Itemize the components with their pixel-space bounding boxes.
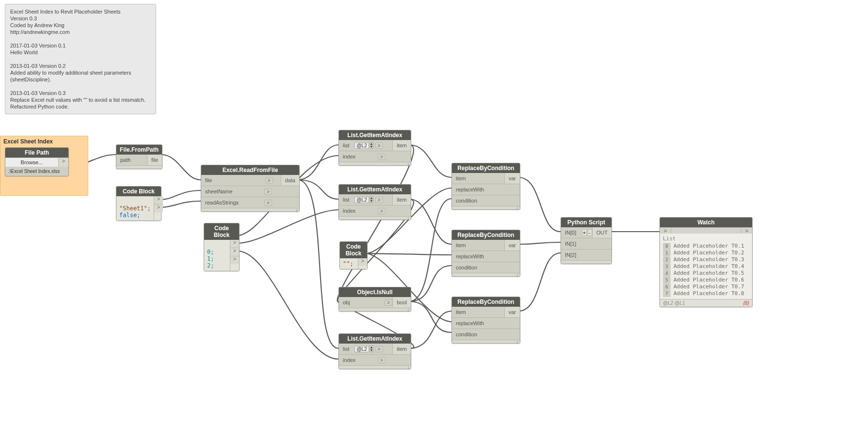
python-script-node[interactable]: Python Script IN[0] + - OUT IN[1] IN[2] [561, 217, 612, 264]
chevron-icon[interactable]: > [264, 189, 272, 195]
port-index[interactable]: index [339, 208, 359, 214]
port-item-out[interactable]: item [392, 344, 411, 354]
port-condition[interactable]: condition [452, 265, 481, 270]
code-line-0: 0; [207, 249, 214, 255]
port-index[interactable]: index [339, 154, 359, 159]
file-path-out-port[interactable]: > [59, 158, 68, 167]
code-out-2[interactable]: > [230, 256, 239, 264]
level-stepper[interactable]: ▴▾ [370, 346, 373, 352]
port-data-out[interactable]: data [281, 175, 299, 186]
browse-button[interactable]: Browse... [5, 158, 59, 167]
watch-item-index: 3 [663, 263, 671, 270]
code-out-0[interactable]: > [230, 240, 239, 248]
port-item[interactable]: item [452, 242, 470, 248]
code-out-1[interactable]: > [154, 196, 163, 204]
port-item[interactable]: item [452, 175, 470, 181]
watch-item-text: Added Placeholder T0.3 [674, 256, 744, 263]
code-line-2: 2; [207, 262, 214, 269]
replace-by-condition-b[interactable]: ReplaceByCondition item var replaceWith … [451, 230, 520, 277]
watch-item-index: 0 [663, 243, 671, 250]
port-out[interactable]: OUT [592, 227, 611, 238]
lacing-bar: | [452, 340, 520, 343]
chevron-icon[interactable]: > [264, 200, 272, 206]
port-in2[interactable]: IN[2] [561, 252, 580, 258]
list-get-item-a[interactable]: List.GetItemAtIndex list @L2 ▴▾ > item i… [338, 130, 411, 166]
code-out-2[interactable]: > [154, 204, 163, 212]
port-replace-with[interactable]: replaceWith [452, 253, 488, 259]
port-read-as-strings[interactable]: readAsStrings [201, 200, 242, 205]
port-list[interactable]: list [339, 142, 353, 148]
watch-level-label: @L2 @L1 [663, 300, 685, 306]
file-path-node[interactable]: File Path Browse... > .\Excel Sheet Inde… [5, 147, 69, 176]
level-stepper[interactable]: ▴▾ [370, 196, 373, 203]
port-in1[interactable]: IN[1] [561, 241, 580, 247]
level-pill[interactable]: @L2 [354, 346, 369, 352]
object-is-null-node[interactable]: Object.IsNull obj > bool | [338, 287, 411, 312]
add-input-button[interactable]: + [582, 229, 586, 236]
watch-item: 4Added Placeholder T0.5 [663, 270, 749, 277]
watch-title: Watch [660, 218, 752, 227]
list-get-title: List.GetItemAtIndex [339, 185, 411, 194]
watch-item-text: Added Placeholder T0.2 [674, 250, 744, 256]
port-condition[interactable]: condition [452, 198, 481, 204]
watch-item-index: 7 [663, 290, 671, 297]
replace-title: ReplaceByCondition [452, 163, 520, 173]
excel-read-from-file-node[interactable]: Excel.ReadFromFile file > data sheetName… [201, 165, 300, 212]
chevron-icon[interactable]: > [378, 357, 386, 363]
chevron-icon[interactable]: > [375, 197, 383, 203]
chevron-icon[interactable]: > [375, 142, 383, 149]
chevron-icon[interactable]: > [265, 177, 273, 184]
port-list[interactable]: list [339, 346, 353, 352]
port-index[interactable]: index [339, 357, 359, 363]
chevron-icon[interactable]: > [378, 208, 386, 214]
port-bool-out[interactable]: bool [392, 297, 411, 308]
code-block-title: Code Block [116, 187, 161, 196]
lacing-bar [561, 260, 611, 264]
code-out[interactable]: > [358, 258, 367, 266]
port-item[interactable]: item [452, 309, 470, 315]
level-stepper[interactable]: ▴▾ [370, 142, 373, 149]
list-get-item-c[interactable]: List.GetItemAtIndex list @L2 ▴▾ > item i… [338, 333, 411, 369]
file-from-path-node[interactable]: File.FromPath path file [116, 144, 162, 169]
replace-by-condition-a[interactable]: ReplaceByCondition item var replaceWith … [451, 163, 520, 210]
code-block-indices[interactable]: Code Block 0; 1; 2; > > > [204, 223, 240, 271]
replace-by-condition-c[interactable]: ReplaceByCondition item var replaceWith … [451, 297, 520, 344]
port-file[interactable]: file [201, 177, 216, 183]
watch-out-port[interactable]: > [741, 228, 752, 234]
port-item-out[interactable]: item [392, 140, 411, 151]
chevron-icon[interactable]: > [378, 154, 386, 160]
file-path-title: File Path [5, 148, 68, 157]
code-block-sheet-name[interactable]: Code Block "Sheet1"; false; > > [116, 186, 161, 221]
port-list[interactable]: list [339, 197, 353, 203]
port-sheet-name[interactable]: sheetName [201, 189, 236, 194]
port-file-out[interactable]: file [147, 155, 162, 165]
port-obj[interactable]: obj [339, 299, 354, 305]
port-in0[interactable]: IN[0] [561, 230, 580, 236]
chevron-icon[interactable]: > [375, 346, 383, 352]
list-get-item-b[interactable]: List.GetItemAtIndex list @L2 ▴▾ > item i… [338, 184, 411, 220]
watch-list-label: List [663, 236, 749, 242]
level-pill[interactable]: @L2 [354, 142, 369, 149]
port-condition[interactable]: condition [452, 331, 481, 337]
watch-node[interactable]: Watch > > List 0Added Placeholder T0.11A… [659, 217, 753, 307]
file-path-value: .\Excel Sheet Index.xlsx [5, 167, 68, 176]
port-item-out[interactable]: item [392, 194, 411, 205]
port-replace-with[interactable]: replaceWith [452, 187, 488, 192]
code-block-empty-string[interactable]: Code Block ""; > [339, 241, 368, 269]
watch-item-index: 6 [663, 283, 671, 290]
file-from-path-title: File.FromPath [116, 145, 162, 155]
port-var-out[interactable]: var [504, 307, 520, 317]
port-path[interactable]: path [116, 157, 134, 163]
port-replace-with[interactable]: replaceWith [452, 320, 488, 326]
text-note[interactable]: Excel Sheet Index to Revit Placeholder S… [5, 4, 156, 114]
port-var-out[interactable]: var [504, 240, 520, 251]
code-out-1[interactable]: > [230, 248, 239, 256]
level-pill[interactable]: @L2 [354, 197, 369, 203]
port-var-out[interactable]: var [504, 173, 520, 184]
chevron-icon[interactable]: > [385, 299, 392, 306]
watch-in-port[interactable]: > [660, 228, 671, 234]
object-is-null-title: Object.IsNull [339, 287, 411, 297]
watch-item-index: 5 [663, 277, 671, 283]
replace-title: ReplaceByCondition [452, 230, 520, 240]
remove-input-button[interactable]: - [588, 229, 592, 236]
